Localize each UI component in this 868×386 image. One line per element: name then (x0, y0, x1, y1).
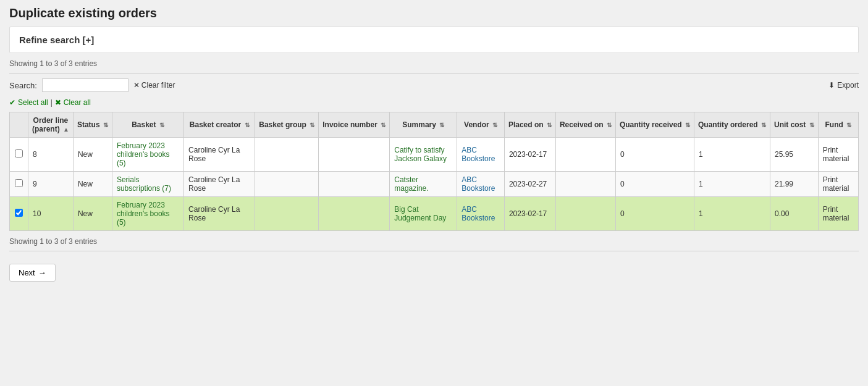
next-arrow-icon: → (38, 268, 46, 277)
cell-unit-cost: 21.99 (770, 172, 819, 197)
cell-basket[interactable]: February 2023 children's books (5) (112, 197, 183, 231)
cell-fund: Print material (818, 172, 858, 197)
vendor-link[interactable]: ABC Bookstore (461, 205, 495, 222)
cell-order-line: 10 (28, 197, 74, 231)
refine-search-label: Refine search [+] (19, 35, 94, 45)
cell-basket[interactable]: Serials subscriptions (7) (112, 172, 183, 197)
cell-received-on (555, 138, 615, 172)
header-unit-cost[interactable]: Unit cost ⇅ (770, 112, 819, 138)
basket-link[interactable]: February 2023 children's books (5) (117, 201, 170, 227)
cell-vendor[interactable]: ABC Bookstore (457, 172, 505, 197)
header-basket-group[interactable]: Basket group ⇅ (255, 112, 319, 138)
next-button[interactable]: Next → (9, 264, 56, 282)
export-button[interactable]: ⬇ Export (828, 81, 859, 90)
cell-quantity-received: 0 (615, 197, 694, 231)
showing-top: Showing 1 to 3 of 3 entries (9, 59, 859, 68)
showing-bottom: Showing 1 to 3 of 3 entries (9, 237, 859, 246)
cell-basket-creator: Caroline Cyr La Rose (184, 172, 255, 197)
header-quantity-received[interactable]: Quantity received ⇅ (615, 112, 694, 138)
cell-placed-on: 2023-02-17 (504, 138, 555, 172)
cell-summary[interactable]: Catify to satisfy Jackson Galaxy (390, 138, 457, 172)
separator: | (51, 98, 53, 107)
cell-fund: Print material (818, 197, 858, 231)
cell-invoice-number (319, 138, 390, 172)
cell-status: New (73, 138, 112, 172)
summary-link[interactable]: Catify to satisfy Jackson Galaxy (394, 146, 447, 163)
header-order-line[interactable]: Order line(parent) ▲ (28, 112, 74, 138)
table-row: 9NewSerials subscriptions (7)Caroline Cy… (10, 172, 859, 197)
header-fund[interactable]: Fund ⇅ (818, 112, 858, 138)
cell-basket-creator: Caroline Cyr La Rose (184, 197, 255, 231)
refine-search-box[interactable]: Refine search [+] (9, 27, 859, 53)
basket-link[interactable]: Serials subscriptions (7) (117, 175, 171, 193)
page-title: Duplicate existing orders (9, 6, 859, 20)
search-bar: Search: ✕ Clear filter ⬇ Export (9, 78, 859, 92)
cell-quantity-ordered: 1 (694, 138, 770, 172)
cell-invoice-number (319, 197, 390, 231)
cell-invoice-number (319, 172, 390, 197)
cell-vendor[interactable]: ABC Bookstore (457, 197, 505, 231)
search-label: Search: (9, 81, 37, 90)
cell-order-line: 9 (28, 172, 74, 197)
cell-status: New (73, 172, 112, 197)
header-checkbox-col (10, 112, 28, 138)
cell-status: New (73, 197, 112, 231)
clear-filter-x-icon: ✕ (133, 81, 140, 90)
clear-icon: ✖ (55, 98, 61, 107)
select-all-link[interactable]: Select all (18, 98, 48, 107)
clear-all-link[interactable]: Clear all (64, 98, 91, 107)
table-row: 8NewFebruary 2023 children's books (5)Ca… (10, 138, 859, 172)
table-header-row: Order line(parent) ▲ Status ⇅ Basket ⇅ B… (10, 112, 859, 138)
cell-placed-on: 2023-02-17 (504, 197, 555, 231)
cell-placed-on: 2023-02-27 (504, 172, 555, 197)
header-status[interactable]: Status ⇅ (73, 112, 112, 138)
search-input[interactable] (42, 78, 129, 92)
header-received-on[interactable]: Received on ⇅ (555, 112, 615, 138)
header-placed-on[interactable]: Placed on ⇅ (504, 112, 555, 138)
cell-received-on (555, 197, 615, 231)
cell-basket-group (255, 197, 319, 231)
table-row: 10NewFebruary 2023 children's books (5)C… (10, 197, 859, 231)
row-checkbox[interactable] (15, 149, 23, 157)
header-basket[interactable]: Basket ⇅ (112, 112, 183, 138)
export-icon: ⬇ (828, 81, 835, 90)
orders-table: Order line(parent) ▲ Status ⇅ Basket ⇅ B… (9, 112, 859, 231)
checkmark-icon: ✔ (9, 98, 15, 107)
header-summary[interactable]: Summary ⇅ (390, 112, 457, 138)
cell-order-line: 8 (28, 138, 74, 172)
summary-link[interactable]: Big Cat Judgement Day (394, 205, 446, 222)
vendor-link[interactable]: ABC Bookstore (461, 175, 495, 193)
header-basket-creator[interactable]: Basket creator ⇅ (184, 112, 255, 138)
summary-link[interactable]: Catster magazine. (394, 175, 428, 193)
cell-quantity-received: 0 (615, 138, 694, 172)
cell-basket-creator: Caroline Cyr La Rose (184, 138, 255, 172)
clear-filter-label: Clear filter (141, 81, 175, 90)
header-invoice-number[interactable]: Invoice number ⇅ (319, 112, 390, 138)
cell-unit-cost: 25.95 (770, 138, 819, 172)
basket-link[interactable]: February 2023 children's books (5) (117, 141, 170, 167)
select-bar: ✔ Select all | ✖ Clear all (9, 98, 859, 107)
cell-summary[interactable]: Big Cat Judgement Day (390, 197, 457, 231)
cell-quantity-received: 0 (615, 172, 694, 197)
vendor-link[interactable]: ABC Bookstore (461, 146, 495, 163)
cell-received-on (555, 172, 615, 197)
header-vendor[interactable]: Vendor ⇅ (457, 112, 505, 138)
cell-basket-group (255, 138, 319, 172)
cell-summary[interactable]: Catster magazine. (390, 172, 457, 197)
cell-basket-group (255, 172, 319, 197)
cell-quantity-ordered: 1 (694, 172, 770, 197)
row-checkbox[interactable] (15, 179, 23, 187)
cell-basket[interactable]: February 2023 children's books (5) (112, 138, 183, 172)
export-label: Export (837, 81, 859, 90)
cell-fund: Print material (818, 138, 858, 172)
row-checkbox[interactable] (15, 209, 23, 217)
refine-search-text: Refine search [+] (19, 35, 94, 45)
next-button-label: Next (19, 268, 35, 277)
cell-quantity-ordered: 1 (694, 197, 770, 231)
header-quantity-ordered[interactable]: Quantity ordered ⇅ (694, 112, 770, 138)
cell-vendor[interactable]: ABC Bookstore (457, 138, 505, 172)
cell-unit-cost: 0.00 (770, 197, 819, 231)
clear-filter-button[interactable]: ✕ Clear filter (133, 81, 175, 90)
